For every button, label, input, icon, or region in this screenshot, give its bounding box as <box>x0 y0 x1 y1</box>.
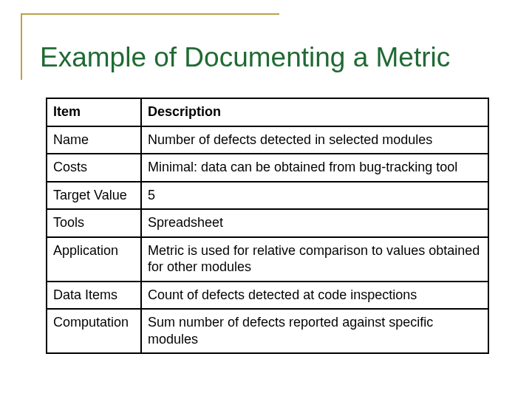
page-title: Example of Documenting a Metric <box>40 43 517 78</box>
cell-item: Costs <box>47 154 141 182</box>
cell-description: Count of defects detected at code inspec… <box>141 282 488 310</box>
table-header-row: Item Description <box>47 98 488 126</box>
table-row: Name Number of defects detected in selec… <box>47 126 488 154</box>
header-description: Description <box>141 98 488 126</box>
cell-description: Number of defects detected in selected m… <box>141 126 488 154</box>
header-item: Item <box>47 98 141 126</box>
cell-description: Minimal: data can be obtained from bug-t… <box>141 154 488 182</box>
cell-description: 5 <box>141 182 488 210</box>
table-row: Computation Sum number of defects report… <box>47 309 488 353</box>
cell-description: Sum number of defects reported against s… <box>141 309 488 353</box>
table-row: Tools Spreadsheet <box>47 209 488 237</box>
metric-table: Item Description Name Number of defects … <box>46 98 489 354</box>
metric-table-container: Item Description Name Number of defects … <box>46 98 488 354</box>
table-row: Costs Minimal: data can be obtained from… <box>47 154 488 182</box>
table-row: Application Metric is used for relative … <box>47 237 488 282</box>
cell-description: Spreadsheet <box>141 209 488 237</box>
cell-item: Application <box>47 237 141 282</box>
cell-item: Target Value <box>47 182 141 210</box>
cell-item: Data Items <box>47 282 141 310</box>
table-row: Data Items Count of defects detected at … <box>47 282 488 310</box>
table-row: Target Value 5 <box>47 182 488 210</box>
cell-item: Name <box>47 126 141 154</box>
cell-item: Computation <box>47 309 141 353</box>
cell-description: Metric is used for relative comparison t… <box>141 237 488 282</box>
cell-item: Tools <box>47 209 141 237</box>
